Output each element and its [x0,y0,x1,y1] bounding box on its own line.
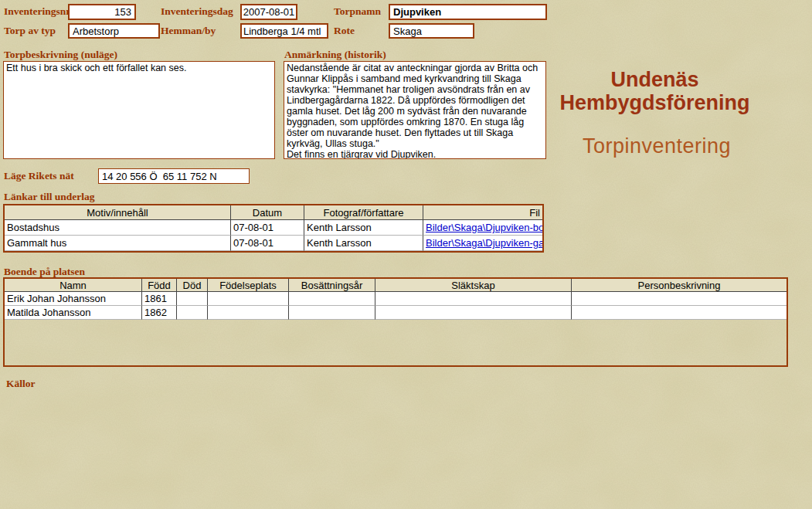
lage-rikets-nat-input[interactable] [98,168,250,184]
links-table: Motiv/innehåll Datum Fotograf/författare… [3,204,544,253]
personbeskrivning-cell[interactable] [572,306,787,320]
hemman-by-input[interactable] [240,23,328,39]
boende-col-fodd: Född [142,279,177,292]
fodelseplats-cell[interactable] [208,292,289,306]
inventeringsnr-label: Inventeringsnr [4,5,70,18]
boende-table-empty-area [5,320,787,363]
boende-table-row: Matilda Johansson 1862 [5,306,787,320]
bosattningsar-cell[interactable] [289,292,375,306]
boende-table-row: Erik Johan Johansson 1861 [5,292,787,306]
datum-cell[interactable]: 07-08-01 [231,220,304,236]
fodelseplats-cell[interactable] [208,306,289,320]
hemman-by-label: Hemman/by [161,25,216,37]
lage-rikets-nat-label: Läge Rikets nät [4,170,74,182]
inventeringsdag-input[interactable] [240,4,297,20]
file-link[interactable]: Bilder\Skaga\Djupviken-ga [426,237,542,249]
rote-input[interactable] [389,23,474,39]
fotograf-cell[interactable]: Kenth Larsson [304,220,423,236]
boende-table: Namn Född Död Födelseplats Bosättningsår… [3,277,788,367]
lankar-section-label: Länkar till underlag [4,191,95,203]
torp-av-typ-label: Torp av typ [4,25,56,37]
torpbeskrivning-textarea[interactable]: Ett hus i bra skick och ett förfallet ka… [3,61,275,159]
slaktskap-cell[interactable] [375,292,572,306]
fodd-cell[interactable]: 1861 [142,292,177,306]
torpbeskrivning-label: Torpbeskrivning (nuläge) [4,49,117,61]
bosattningsar-cell[interactable] [289,306,375,320]
boende-col-namn: Namn [5,279,142,292]
fil-cell: Bilder\Skaga\Djupviken-ga [423,236,542,251]
links-col-fil: Fil [423,205,542,220]
fotograf-cell[interactable]: Kenth Larsson [304,236,423,251]
boende-col-personbeskrivning: Personbeskrivning [572,279,787,292]
anmarkning-textarea[interactable]: Nedanstående är citat av anteckningar gj… [284,61,546,159]
boende-col-dod: Död [177,279,208,292]
datum-cell[interactable]: 07-08-01 [231,236,304,251]
namn-cell[interactable]: Erik Johan Johansson [5,292,142,306]
personbeskrivning-cell[interactable] [572,292,787,306]
boende-col-slaktskap: Släktskap [375,279,572,292]
links-col-datum: Datum [231,205,304,220]
links-col-fotograf: Fotograf/författare [304,205,423,220]
links-table-row: Gammalt hus 07-08-01 Kenth Larsson Bilde… [5,236,542,251]
motiv-cell[interactable]: Bostadshus [5,220,231,236]
torpnamn-label: Torpnamn [334,5,381,18]
motiv-cell[interactable]: Gammalt hus [5,236,231,251]
boende-section-label: Boende på platsen [4,266,85,278]
torp-av-typ-input[interactable] [68,23,160,39]
torpinventering-form: Inventeringsnr Inventeringsdag Torpnamn … [0,0,812,509]
rote-label: Rote [334,25,355,37]
namn-cell[interactable]: Matilda Johansson [5,306,142,320]
file-link[interactable]: Bilder\Skaga\Djupviken-bo [426,222,542,233]
page-subtitle: Torpinventering [533,134,780,158]
anmarkning-label: Anmärkning (historik) [284,49,386,61]
dod-cell[interactable] [177,292,208,306]
slaktskap-cell[interactable] [375,306,572,320]
kallor-label: Källor [6,378,36,390]
fodd-cell[interactable]: 1862 [142,306,177,320]
torpnamn-input[interactable] [389,4,547,20]
links-table-header: Motiv/innehåll Datum Fotograf/författare… [5,205,542,220]
inventeringsnr-input[interactable] [68,4,136,20]
inventeringsdag-label: Inventeringsdag [161,5,233,18]
boende-col-fodelseplats: Födelseplats [208,279,289,292]
dod-cell[interactable] [177,306,208,320]
links-table-row: Bostadshus 07-08-01 Kenth Larsson Bilder… [5,220,542,236]
links-col-motiv: Motiv/innehåll [5,205,231,220]
boende-col-bosattningsar: Bosättningsår [289,279,375,292]
fil-cell: Bilder\Skaga\Djupviken-bo [423,220,542,236]
boende-table-header: Namn Född Död Födelseplats Bosättningsår… [5,279,787,292]
org-title: Undenäs Hembygdsförening [533,68,776,114]
